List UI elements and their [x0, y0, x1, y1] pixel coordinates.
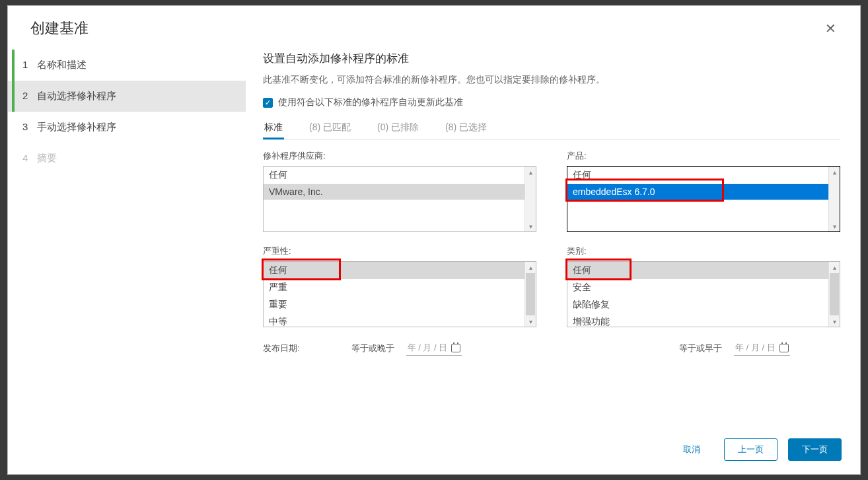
wizard-step-manual[interactable]: 3 手动选择修补程序: [8, 112, 246, 143]
auto-update-checkbox-row: ✓ 使用符合以下标准的修补程序自动更新此基准: [263, 97, 840, 108]
severity-listbox[interactable]: 任何 严重 重要 中等 ▴ ▾: [263, 261, 536, 327]
product-option-any[interactable]: 任何: [567, 167, 828, 184]
tab-selected[interactable]: (8) 已选择: [444, 118, 488, 139]
scroll-up-icon[interactable]: ▴: [525, 262, 536, 272]
vendor-label: 修补程序供应商:: [263, 150, 536, 162]
wizard-step-label: 名称和描述: [37, 59, 87, 70]
severity-field: 严重性: 任何 严重 重要 中等 ▴ ▾: [263, 245, 536, 327]
severity-option-critical[interactable]: 严重: [264, 279, 524, 296]
category-label: 类别:: [567, 245, 840, 257]
vendor-field: 修补程序供应商: 任何 VMware, Inc. ▴ ▾: [263, 150, 536, 232]
modal-header: 创建基准 ✕: [8, 6, 860, 47]
scrollbar[interactable]: ▴ ▾: [524, 262, 536, 327]
wizard-step-label: 自动选择修补程序: [37, 90, 116, 101]
scroll-thumb[interactable]: [830, 273, 839, 315]
category-option-security[interactable]: 安全: [567, 279, 828, 296]
cancel-button[interactable]: 取消: [670, 439, 713, 460]
modal-footer: 取消 上一页 下一页: [8, 429, 860, 474]
release-date-gte-label: 等于或晚于: [351, 342, 394, 354]
category-field: 类别: 任何 安全 缺陷修复 增强功能 ▴ ▾: [567, 245, 840, 327]
wizard-step-summary: 4 摘要: [8, 143, 246, 174]
product-option-esx[interactable]: embeddedEsx 6.7.0: [567, 184, 828, 200]
release-date-to-row: 等于或早于 年 / 月 / 日: [567, 340, 840, 356]
modal-title: 创建基准: [30, 19, 89, 38]
calendar-icon[interactable]: [779, 344, 789, 352]
tab-matched[interactable]: (8) 已匹配: [308, 118, 352, 139]
auto-update-checkbox[interactable]: ✓: [263, 98, 273, 108]
severity-option-any[interactable]: 任何: [264, 262, 524, 279]
wizard-step-label: 手动选择修补程序: [37, 121, 116, 132]
tab-criteria[interactable]: 标准: [263, 118, 284, 139]
wizard-step-name[interactable]: 1 名称和描述: [8, 50, 246, 81]
scroll-down-icon[interactable]: ▾: [829, 221, 840, 231]
prev-button[interactable]: 上一页: [724, 438, 778, 461]
scroll-up-icon[interactable]: ▴: [829, 167, 840, 177]
vendor-option-any[interactable]: 任何: [264, 167, 524, 184]
scroll-down-icon[interactable]: ▾: [829, 316, 840, 327]
content-pane: 设置自动添加修补程序的标准 此基准不断变化，可添加符合标准的新修补程序。您也可以…: [246, 47, 860, 429]
wizard-step-label: 摘要: [37, 152, 57, 163]
release-date-lte-label: 等于或早于: [679, 342, 722, 354]
severity-option-medium[interactable]: 中等: [264, 313, 524, 327]
release-date-from-input[interactable]: 年 / 月 / 日: [406, 340, 462, 356]
wizard-nav: 1 名称和描述 2 自动选择修补程序 3 手动选择修补程序 4 摘要: [8, 47, 246, 429]
scrollbar[interactable]: ▴ ▾: [828, 262, 840, 327]
release-date-label: 发布日期:: [263, 342, 300, 354]
release-date-from-row: 发布日期: 等于或晚于 年 / 月 / 日: [263, 340, 536, 356]
product-listbox[interactable]: 任何 embeddedEsx 6.7.0 ▴ ▾: [567, 166, 840, 232]
category-option-enhancement[interactable]: 增强功能: [567, 313, 828, 327]
release-date-to-input[interactable]: 年 / 月 / 日: [734, 340, 790, 356]
wizard-step-auto[interactable]: 2 自动选择修补程序: [8, 81, 246, 112]
scroll-down-icon[interactable]: ▾: [525, 221, 536, 231]
modal-overlay: 创建基准 ✕ 1 名称和描述 2 自动选择修补程序 3 手动选择修补程序 4: [0, 0, 868, 480]
category-option-any[interactable]: 任何: [567, 262, 828, 279]
scroll-down-icon[interactable]: ▾: [525, 316, 536, 327]
vendor-listbox[interactable]: 任何 VMware, Inc. ▴ ▾: [263, 166, 536, 232]
tab-excluded[interactable]: (0) 已排除: [376, 118, 420, 139]
category-listbox[interactable]: 任何 安全 缺陷修复 增强功能 ▴ ▾: [567, 261, 840, 327]
close-icon[interactable]: ✕: [820, 18, 842, 39]
criteria-tabs: 标准 (8) 已匹配 (0) 已排除 (8) 已选择: [263, 118, 840, 140]
scroll-thumb[interactable]: [526, 273, 535, 315]
product-field: 产品: 任何 embeddedEsx 6.7.0 ▴ ▾: [567, 150, 840, 232]
section-title: 设置自动添加修补程序的标准: [263, 51, 840, 66]
severity-label: 严重性:: [263, 245, 536, 257]
section-description: 此基准不断变化，可添加符合标准的新修补程序。您也可以指定要排除的修补程序。: [263, 74, 840, 86]
vendor-option-vmware[interactable]: VMware, Inc.: [264, 184, 524, 200]
create-baseline-modal: 创建基准 ✕ 1 名称和描述 2 自动选择修补程序 3 手动选择修补程序 4: [7, 5, 861, 475]
severity-option-important[interactable]: 重要: [264, 296, 524, 313]
product-label: 产品:: [567, 150, 840, 162]
calendar-icon[interactable]: [451, 344, 460, 352]
auto-update-label: 使用符合以下标准的修补程序自动更新此基准: [278, 97, 463, 108]
scroll-up-icon[interactable]: ▴: [525, 167, 536, 177]
scroll-up-icon[interactable]: ▴: [829, 262, 840, 272]
category-option-bugfix[interactable]: 缺陷修复: [567, 296, 828, 313]
scrollbar[interactable]: ▴ ▾: [524, 167, 536, 231]
scrollbar[interactable]: ▴ ▾: [828, 167, 840, 231]
next-button[interactable]: 下一页: [788, 438, 842, 461]
